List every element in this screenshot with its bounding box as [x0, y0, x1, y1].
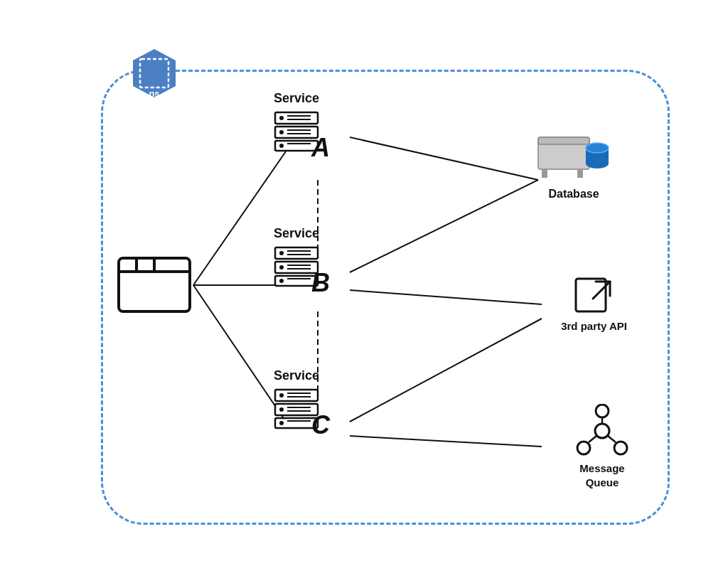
svg-line-65 [608, 436, 616, 442]
svg-point-21 [279, 130, 284, 134]
service-c-node: Service C [272, 368, 321, 432]
service-b-letter: B [311, 270, 330, 296]
svg-point-62 [614, 442, 627, 454]
service-b-node: Service B [272, 226, 321, 290]
svg-rect-57 [576, 279, 606, 311]
svg-point-36 [279, 279, 284, 283]
service-a-label: Service [274, 91, 319, 107]
service-c-label: Service [274, 368, 319, 384]
svg-rect-51 [542, 169, 547, 178]
api-node: 3rd party API [561, 276, 627, 333]
namespace-label: ns [126, 88, 183, 99]
svg-point-59 [595, 424, 609, 438]
queue-label: Message Queue [579, 461, 624, 489]
svg-point-32 [279, 265, 284, 269]
svg-point-60 [596, 405, 609, 417]
queue-node: Message Queue [574, 404, 631, 489]
svg-point-39 [279, 393, 284, 397]
database-node: Database [535, 127, 613, 201]
database-label: Database [548, 188, 599, 201]
database-icon [535, 127, 613, 183]
diagram-container: ns Service [44, 27, 684, 539]
service-c-letter: C [311, 412, 330, 438]
svg-point-43 [279, 407, 284, 412]
svg-rect-50 [538, 137, 589, 144]
svg-point-28 [279, 251, 284, 255]
svg-point-17 [279, 116, 284, 120]
svg-point-25 [279, 144, 284, 148]
service-b-label: Service [274, 226, 319, 242]
svg-rect-52 [577, 169, 583, 178]
svg-line-64 [589, 436, 596, 442]
message-queue-icon [574, 404, 631, 457]
svg-point-47 [279, 421, 284, 425]
api-label: 3rd party API [561, 319, 627, 333]
svg-point-61 [577, 442, 590, 454]
service-a-letter: A [311, 135, 330, 161]
namespace-badge: ns [126, 45, 183, 102]
service-a-node: Service A [272, 91, 321, 155]
client-browser-icon [115, 255, 193, 315]
external-link-icon [573, 276, 616, 315]
